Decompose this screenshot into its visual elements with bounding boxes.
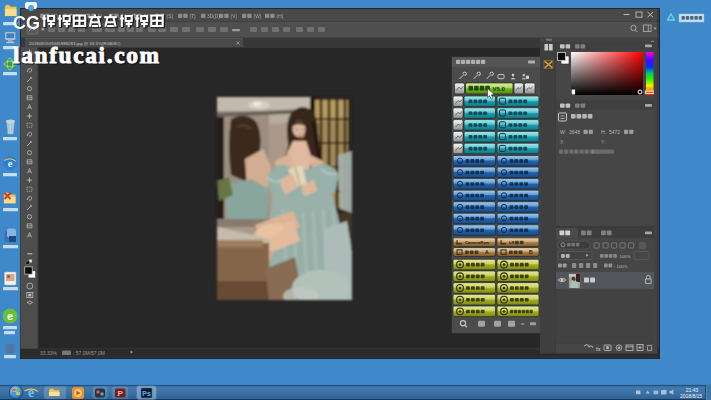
svg-text:H:: H: — [601, 129, 606, 135]
svg-text:: 57.0M/57.0M: : 57.0M/57.0M — [73, 350, 105, 356]
svg-text:X:: X: — [560, 139, 565, 145]
svg-text:A: A — [485, 249, 489, 255]
svg-text:CameraRaw: CameraRaw — [465, 240, 490, 245]
svg-text:CG: CG — [13, 13, 40, 33]
svg-text:B: B — [529, 249, 533, 255]
svg-text:2018/8/15: 2018/8/15 — [680, 393, 702, 399]
svg-text:e: e — [28, 385, 34, 400]
svg-text:fx: fx — [596, 346, 601, 352]
svg-text:LR: LR — [509, 240, 515, 245]
svg-text:Y:: Y: — [601, 139, 605, 145]
svg-text:P: P — [118, 389, 124, 398]
svg-text:3648: 3648 — [569, 129, 580, 135]
svg-text:(T): (T) — [190, 14, 197, 19]
svg-text:(S): (S) — [167, 14, 174, 19]
svg-text:e: e — [7, 310, 13, 322]
svg-text:(W): (W) — [254, 14, 262, 19]
svg-text:5472: 5472 — [609, 129, 620, 135]
svg-text:33.33%: 33.33% — [40, 350, 58, 356]
svg-text:(H): (H) — [277, 14, 284, 19]
svg-text:W:: W: — [560, 129, 566, 135]
svg-text:(V): (V) — [231, 14, 238, 19]
svg-text:: 100%: : 100% — [614, 264, 628, 269]
svg-text:: 100%: : 100% — [617, 254, 631, 259]
svg-text:lanfucai.com: lanfucai.com — [13, 42, 161, 68]
svg-text:V5.0: V5.0 — [493, 86, 506, 92]
svg-text:Ps: Ps — [142, 390, 151, 397]
svg-text:3D(D): 3D(D) — [207, 14, 220, 19]
